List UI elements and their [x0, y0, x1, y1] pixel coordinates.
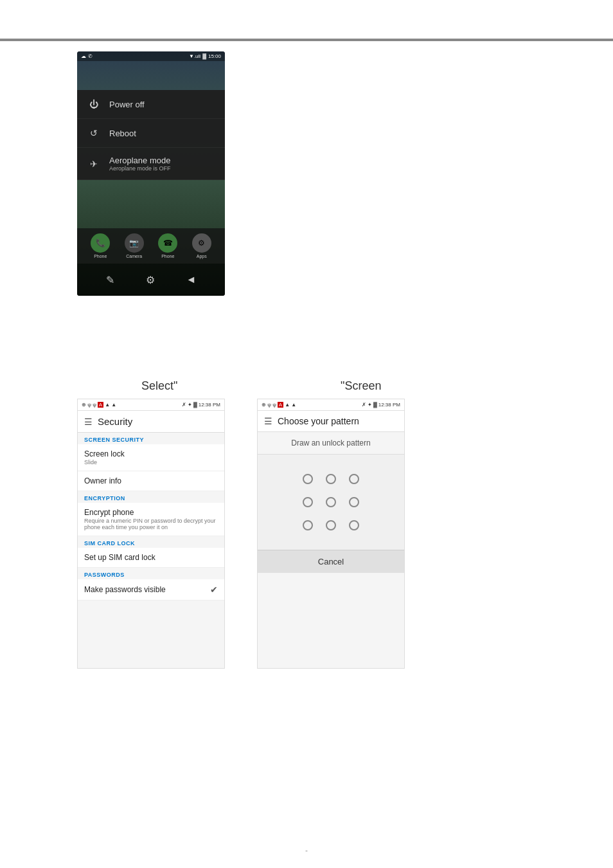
app-camera-label: Camera	[126, 254, 142, 258]
pattern-dot-2[interactable]	[326, 474, 336, 484]
power-off-item[interactable]: ⏻ Power off	[77, 90, 225, 119]
owner-info-item[interactable]: Owner info	[78, 471, 224, 491]
phone1-screenshot: ☁ ✆ ▼.ull ▓ 15:00 ⏻ Power off ↺ R	[77, 51, 225, 296]
pattern-grid	[290, 461, 372, 543]
pattern-dot-9[interactable]	[349, 520, 359, 530]
status-time: 15:00	[208, 53, 221, 59]
app-dialer-icon: ☎	[158, 233, 177, 253]
phone3-x-icon: ✗ ✦	[362, 402, 372, 408]
checkmark-icon: ✔	[210, 584, 218, 595]
reboot-icon: ↺	[87, 127, 100, 140]
app-dialer: ☎ Phone	[158, 233, 177, 258]
app-apps-label: Apps	[197, 254, 207, 258]
phone2-screenshot: ⊕ ψ ψ A ▲ ▲ ✗ ✦ ▓ 12:38 PM ☰ Security SC…	[77, 399, 225, 669]
pattern-area	[258, 455, 404, 550]
phone2-left-status: ⊕ ψ ψ A ▲ ▲	[82, 402, 116, 408]
screen-lock-title: Screen lock	[84, 449, 218, 458]
app-phone-label: Phone	[94, 254, 107, 258]
power-icon: ⏻	[87, 98, 100, 111]
encrypt-phone-title: Encrypt phone	[84, 508, 218, 517]
phone1-status-icons: ☁ ✆	[81, 53, 93, 59]
power-off-label: Power off	[109, 100, 145, 109]
aeroplane-sublabel: Aeroplane mode is OFF	[109, 165, 171, 172]
section-label-screen: "Screen	[341, 379, 381, 393]
phone3-back-icon[interactable]: ☰	[264, 416, 272, 426]
phone2-battery-icon: ▓	[193, 402, 197, 408]
reboot-label: Reboot	[109, 129, 136, 138]
signal-icon: ▼.ull	[189, 53, 200, 59]
select-label-text: Select"	[141, 379, 177, 392]
phone3-subtitle: Draw an unlock pattern	[258, 432, 404, 455]
phone1-apps-bar: 📞 Phone 📷 Camera ☎ Phone ⚙ Apps	[77, 228, 225, 264]
section-label-select: Select"	[141, 379, 177, 393]
phone3-alert-icon: ▲ ▲	[285, 402, 296, 408]
top-divider	[0, 39, 613, 41]
phone1-wallpaper: ☁ ✆ ▼.ull ▓ 15:00 ⏻ Power off ↺ R	[77, 51, 225, 296]
encryption-label: ENCRYPTION	[78, 491, 224, 503]
pattern-dot-5[interactable]	[326, 497, 336, 507]
make-passwords-title: Make passwords visible	[84, 585, 166, 594]
pattern-dot-7[interactable]	[303, 520, 313, 530]
phone2-header-title: Security	[98, 416, 132, 427]
phone2-time: 12:38 PM	[199, 402, 220, 408]
screen-label-text: "Screen	[341, 379, 381, 392]
passwords-label-text: PASSWORDS	[84, 572, 125, 578]
pattern-dot-3[interactable]	[349, 474, 359, 484]
home-icon[interactable]: ⚙	[146, 274, 155, 286]
passwords-label: PASSWORDS	[78, 568, 224, 579]
phone2-right-status: ✗ ✦ ▓ 12:38 PM	[182, 402, 220, 408]
cancel-button[interactable]: Cancel	[258, 550, 404, 573]
app-apps-icon: ⚙	[192, 233, 211, 253]
phone3-left-status: ⊕ ψ ψ A ▲ ▲	[262, 402, 296, 408]
app-phone-icon: 📞	[91, 233, 110, 253]
pattern-dot-1[interactable]	[303, 474, 313, 484]
app-dialer-label: Phone	[161, 254, 174, 258]
page-number: -	[305, 846, 308, 855]
pattern-dot-4[interactable]	[303, 497, 313, 507]
phone3-header: ☰ Choose your pattern	[258, 411, 404, 432]
phone3-wifi-icon: ⊕ ψ ψ	[262, 402, 276, 408]
pattern-dot-8[interactable]	[326, 520, 336, 530]
owner-info-title: Owner info	[84, 476, 218, 485]
sim-lock-label: SIM CARD LOCK	[78, 536, 224, 548]
phone3-screenshot: ⊕ ψ ψ A ▲ ▲ ✗ ✦ ▓ 12:38 PM ☰ Choose your…	[257, 399, 405, 669]
make-passwords-visible-item[interactable]: Make passwords visible ✔	[78, 579, 224, 601]
phone2-wifi-icon: ⊕ ψ ψ	[82, 402, 96, 408]
sim-card-lock-item[interactable]: Set up SIM card lock	[78, 548, 224, 568]
sim-card-lock-title: Set up SIM card lock	[84, 553, 218, 562]
phone3-time: 12:38 PM	[378, 402, 400, 408]
aeroplane-label: Aeroplane mode	[109, 156, 171, 165]
phone1-power-menu: ⏻ Power off ↺ Reboot ✈ Aeroplane mode Ae…	[77, 90, 225, 180]
aeroplane-item[interactable]: ✈ Aeroplane mode Aeroplane mode is OFF	[77, 148, 225, 180]
pattern-dot-6[interactable]	[349, 497, 359, 507]
app-camera: 📷 Camera	[125, 233, 144, 258]
cancel-label: Cancel	[318, 557, 344, 566]
phone-icon: ✆	[88, 53, 93, 59]
phone3-signal-icon: A	[278, 402, 283, 408]
encrypt-phone-item[interactable]: Encrypt phone Require a numeric PIN or p…	[78, 503, 224, 536]
sim-lock-label-text: SIM CARD LOCK	[84, 540, 135, 547]
phone1-status-bar: ☁ ✆ ▼.ull ▓ 15:00	[77, 51, 225, 61]
screen-lock-item[interactable]: Screen lock Slide	[78, 444, 224, 471]
phone3-battery-icon: ▓	[373, 402, 377, 408]
recents-icon[interactable]: ◄	[186, 274, 197, 285]
phone1-right-status: ▼.ull ▓ 15:00	[189, 53, 221, 59]
reboot-item[interactable]: ↺ Reboot	[77, 119, 225, 148]
phone2-alert-icon: ▲ ▲	[105, 402, 116, 408]
phone2-status-bar: ⊕ ψ ψ A ▲ ▲ ✗ ✦ ▓ 12:38 PM	[78, 399, 224, 411]
encryption-label-text: ENCRYPTION	[84, 495, 125, 502]
encrypt-phone-subtitle: Require a numeric PIN or password to dec…	[84, 518, 218, 530]
phone2-back-icon[interactable]: ☰	[84, 417, 93, 427]
wifi-icon: ☁	[81, 53, 86, 59]
phone3-status-bar: ⊕ ψ ψ A ▲ ▲ ✗ ✦ ▓ 12:38 PM	[258, 399, 404, 411]
back-icon[interactable]: ✎	[106, 274, 114, 286]
phone2-x-icon: ✗ ✦	[182, 402, 192, 408]
phone3-right-status: ✗ ✦ ▓ 12:38 PM	[362, 402, 400, 408]
app-apps: ⚙ Apps	[192, 233, 211, 258]
phone3-header-title: Choose your pattern	[278, 416, 359, 426]
battery-icon: ▓	[202, 53, 206, 59]
screen-security-label: SCREEN SECURITY	[78, 433, 224, 444]
phone2-header: ☰ Security	[78, 411, 224, 433]
phone1-bottom-bar: ✎ ⚙ ◄	[77, 264, 225, 296]
app-phone: 📞 Phone	[91, 233, 110, 258]
